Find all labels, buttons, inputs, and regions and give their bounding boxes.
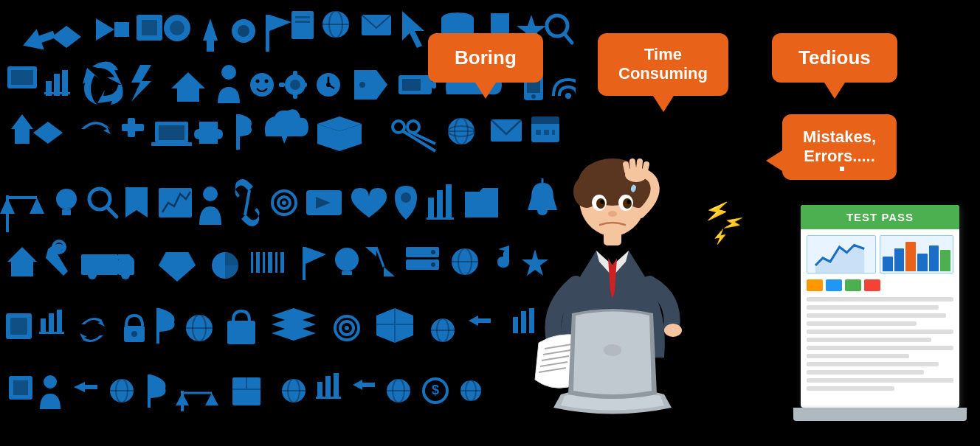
svg-marker-164 [469,316,491,326]
svg-rect-184 [317,382,322,397]
svg-rect-120 [268,252,272,273]
svg-rect-122 [280,252,284,273]
svg-rect-141 [41,318,46,332]
svg-point-204 [623,198,632,209]
svg-point-56 [531,94,536,99]
svg-point-86 [56,189,77,209]
svg-point-222 [604,344,621,356]
svg-marker-171 [74,382,97,392]
svg-marker-109 [118,254,134,259]
svg-marker-34 [171,72,205,88]
svg-marker-223 [815,245,864,273]
svg-point-36 [221,65,236,80]
svg-point-50 [359,82,365,88]
time-consuming-text: Time Consuming [618,45,708,84]
svg-marker-32 [131,65,151,102]
svg-rect-186 [334,373,339,397]
svg-rect-151 [227,321,255,344]
svg-rect-13 [295,16,310,18]
svg-marker-1 [52,26,81,48]
lightning-bolt-3: ⚡ [711,227,729,245]
svg-rect-87 [62,209,71,215]
svg-line-89 [107,207,117,217]
svg-marker-0 [19,24,58,56]
svg-marker-19 [402,11,424,48]
svg-rect-185 [325,376,331,397]
svg-point-110 [88,271,97,279]
svg-point-38 [256,80,260,83]
svg-rect-144 [39,332,64,334]
svg-rect-63 [159,125,184,140]
svg-rect-102 [427,217,454,220]
svg-rect-107 [81,254,118,275]
doc-bar-chart [880,235,953,273]
svg-point-206 [627,200,631,204]
mistakes-bubble: Mistakes, Errors..... [782,114,897,180]
svg-marker-7 [203,18,218,52]
svg-rect-119 [263,252,265,273]
svg-rect-35 [184,93,192,102]
svg-line-92 [245,190,249,215]
svg-marker-128 [365,247,376,257]
svg-point-111 [121,271,130,279]
svg-marker-105 [7,247,37,276]
svg-rect-4 [142,20,157,35]
doc-text-lines [807,297,953,391]
time-consuming-bubble: Time Consuming [598,33,728,96]
svg-rect-83 [552,130,555,135]
svg-rect-187 [316,397,341,399]
svg-line-209 [626,164,627,171]
svg-point-57 [565,93,571,99]
svg-point-203 [596,198,605,209]
svg-rect-143 [57,310,62,332]
test-pass-body [801,229,959,400]
svg-marker-58 [11,114,33,144]
svg-point-49 [326,83,331,87]
svg-point-215 [664,324,682,337]
svg-marker-59 [33,122,63,144]
svg-line-211 [639,161,640,169]
svg-rect-103 [465,194,498,217]
doc-line-chart [807,235,876,273]
doc-laptop-base [793,408,967,421]
svg-rect-43 [293,93,297,99]
svg-rect-27 [11,70,33,85]
svg-rect-101 [446,184,452,218]
svg-point-6 [170,21,184,35]
boring-bubble: Boring [428,33,543,83]
svg-marker-2 [96,18,129,41]
svg-rect-30 [62,70,68,96]
svg-rect-53 [402,79,421,91]
test-pass-header: TEST PASS [801,205,959,229]
svg-rect-42 [293,71,297,77]
svg-point-133 [431,250,435,254]
test-pass-document: TEST PASS [801,205,959,408]
svg-rect-147 [156,308,159,344]
stressed-person [517,144,708,424]
svg-rect-140 [10,318,27,335]
svg-rect-99 [428,198,434,218]
svg-rect-45 [301,83,307,87]
svg-line-210 [632,161,633,169]
svg-marker-188 [353,380,375,390]
svg-marker-124 [306,247,326,264]
svg-point-207 [608,211,617,217]
svg-rect-118 [256,252,260,273]
svg-rect-31 [44,92,70,94]
svg-rect-44 [279,83,285,87]
tedious-bubble: Tedious [772,33,897,83]
svg-marker-129 [384,267,395,276]
svg-rect-80 [531,116,559,124]
svg-point-170 [44,375,57,388]
svg-rect-14 [295,21,310,23]
svg-line-25 [565,34,572,43]
svg-point-39 [265,80,269,83]
svg-rect-175 [148,374,151,408]
svg-point-95 [282,201,286,205]
svg-rect-127 [342,271,352,275]
svg-rect-65 [236,114,240,150]
svg-point-37 [250,73,274,97]
svg-point-205 [601,200,604,204]
svg-rect-213 [604,231,621,245]
svg-rect-100 [437,190,443,218]
